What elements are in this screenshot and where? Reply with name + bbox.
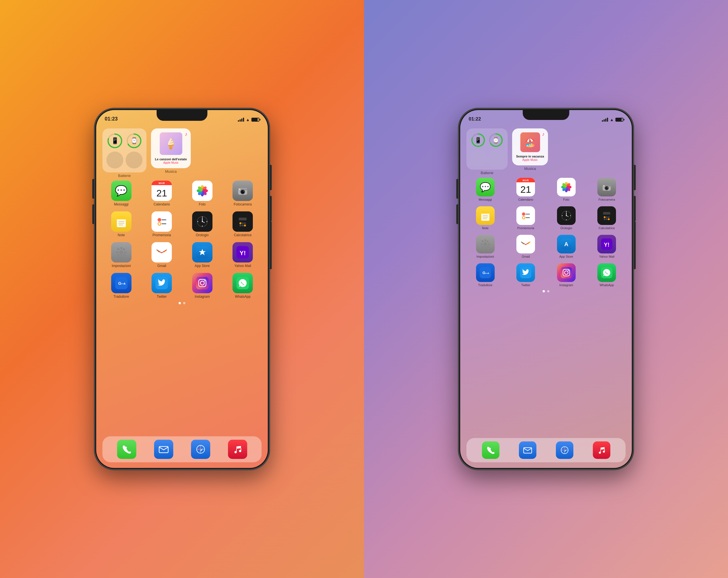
svg-rect-136 — [486, 240, 489, 243]
svg-text:A: A — [124, 282, 126, 285]
music-dock-icon-left[interactable] — [228, 440, 247, 459]
gmail-icon-right — [516, 235, 535, 253]
phone-dock-icon-left[interactable] — [117, 440, 136, 459]
time-left: 01:23 — [105, 116, 118, 122]
svg-point-116 — [570, 215, 571, 216]
music-widget-left[interactable]: ♪ 🍦 Le canzoni dell'estate Apple Music M… — [151, 128, 191, 178]
svg-point-160 — [599, 452, 601, 454]
notes-icon-left — [111, 211, 131, 232]
app-calendario-right[interactable]: MAR 21 Calendario — [507, 178, 545, 201]
app-traduttore-right[interactable]: G ⟷ A Traduttore — [466, 263, 504, 287]
music-title-right: Sempre in vacanza — [516, 154, 544, 158]
calendar-label-right: Calendario — [518, 198, 533, 201]
phone-right-screen: 01:22 ▲ — [460, 110, 632, 468]
phone-left: 01:23 ▲ — [95, 108, 269, 470]
app-fotocamera-right[interactable]: Fotocamera — [588, 178, 626, 201]
svg-point-98 — [607, 187, 608, 188]
music-widget-label-left: Musica — [151, 169, 191, 174]
photos-label-left: Foto — [199, 202, 206, 206]
twitter-label-right: Twitter — [521, 283, 530, 287]
app-orologio-right[interactable]: Orologio — [547, 206, 585, 230]
app-messaggi-left[interactable]: 💬 Messaggi — [102, 181, 140, 206]
music-title-left: Le canzoni dell'estate — [155, 157, 187, 161]
app-whatsapp-right[interactable]: WhatsApp — [588, 263, 626, 287]
app-calendario-left[interactable]: MAR 21 Calendario — [143, 181, 181, 206]
svg-text:A: A — [564, 241, 568, 247]
safari-dock-icon-right[interactable] — [556, 442, 573, 459]
messages-icon-right: 💬 — [476, 178, 495, 196]
app-gmail-left[interactable]: Gmail — [143, 242, 181, 268]
instagram-icon-left — [192, 273, 212, 293]
app-twitter-right[interactable]: Twitter — [507, 263, 545, 287]
whatsapp-label-right: WhatsApp — [600, 283, 614, 287]
app-promemoria-right[interactable]: Promemoria — [507, 206, 545, 230]
gmail-label-right: Gmail — [522, 255, 530, 258]
app-calcolatrice-left[interactable]: Calcolatrice — [224, 211, 262, 237]
app-foto-left[interactable]: Foto — [183, 181, 221, 206]
messages-label-left: Messaggi — [114, 202, 128, 206]
app-orologio-left[interactable]: Orologio — [183, 211, 221, 237]
right-background: 01:22 ▲ — [364, 0, 728, 578]
music-widget-right[interactable]: ♪ 🏖️ Sempre in vacanza Apple Music Music… — [512, 128, 548, 175]
app-impostazioni-left[interactable]: Impostazioni — [102, 242, 140, 268]
photos-icon-right — [557, 178, 576, 196]
app-note-left[interactable]: Note — [102, 211, 140, 237]
app-twitter-left[interactable]: Twitter — [143, 273, 181, 299]
app-whatsapp-left[interactable]: WhatsApp — [224, 273, 262, 299]
clock-label-right: Orologio — [561, 226, 572, 230]
svg-text:G: G — [118, 281, 121, 285]
app-impostazioni-right[interactable]: Impostazioni — [466, 235, 504, 258]
clock-icon-right — [557, 206, 576, 225]
phone-dock-icon-right[interactable] — [482, 442, 499, 459]
mail-dock-icon-right[interactable] — [519, 442, 537, 459]
app-appstore-left[interactable]: A App Store — [183, 242, 221, 268]
app-appstore-right[interactable]: A App Store — [547, 235, 585, 258]
music-dock-icon-right[interactable] — [593, 442, 610, 459]
svg-point-30 — [159, 219, 160, 221]
svg-rect-41 — [239, 218, 246, 220]
gmail-icon-left — [152, 242, 172, 262]
app-fotocamera-left[interactable]: Fotocamera — [224, 181, 262, 206]
app-gmail-right[interactable]: Gmail — [507, 235, 545, 258]
svg-point-126 — [606, 219, 607, 220]
svg-rect-49 — [121, 247, 122, 250]
app-traduttore-left[interactable]: G ⟷ A Traduttore — [102, 273, 140, 299]
app-foto-right[interactable]: Foto — [547, 178, 585, 201]
svg-rect-132 — [488, 243, 490, 245]
svg-point-161 — [603, 451, 605, 453]
app-grid-left: 💬 Messaggi MAR 21 Calendario — [102, 181, 262, 299]
signal-icon-right — [602, 118, 608, 122]
music-note-icon-left: ♪ — [185, 131, 187, 137]
empty-circle-2 — [126, 152, 142, 169]
svg-point-44 — [244, 222, 246, 224]
svg-rect-129 — [485, 239, 486, 242]
phone-left-screen: 01:23 ▲ — [96, 110, 268, 468]
wifi-icon-right: ▲ — [610, 118, 614, 122]
app-note-right[interactable]: Note — [466, 206, 504, 230]
mail-dock-icon-left[interactable] — [154, 440, 173, 459]
yahoo-label-left: Yahoo Mail — [234, 264, 251, 268]
calendar-icon-left: MAR 21 — [152, 181, 172, 201]
app-instagram-left[interactable]: Instagram — [183, 273, 221, 299]
music-subtitle-left: Apple Music — [155, 161, 187, 164]
app-yahoo-right[interactable]: Y! Yahoo Mail — [588, 235, 626, 258]
svg-point-34 — [202, 226, 203, 227]
app-yahoo-left[interactable]: Y! Yahoo Mail — [224, 242, 262, 268]
svg-rect-121 — [603, 212, 610, 215]
svg-point-123 — [606, 216, 607, 218]
app-calcolatrice-right[interactable]: Calcolatrice — [588, 206, 626, 230]
notes-label-left: Note — [118, 233, 125, 237]
safari-dock-icon-left[interactable] — [191, 440, 210, 459]
battery-widget-label-right: Batterie — [466, 171, 508, 175]
music-widget-label-right: Musica — [512, 167, 548, 171]
clock-label-left: Orologio — [196, 233, 209, 237]
clock-icon-left — [192, 211, 212, 232]
svg-rect-55 — [116, 254, 120, 257]
svg-point-124 — [608, 216, 609, 218]
app-promemoria-left[interactable]: Promemoria — [143, 211, 181, 237]
svg-point-114 — [566, 219, 567, 220]
empty-circle-4 — [488, 150, 504, 166]
app-messaggi-right[interactable]: 💬 Messaggi — [466, 178, 504, 201]
app-instagram-right[interactable]: Instagram — [547, 263, 585, 287]
svg-point-128 — [483, 243, 487, 246]
